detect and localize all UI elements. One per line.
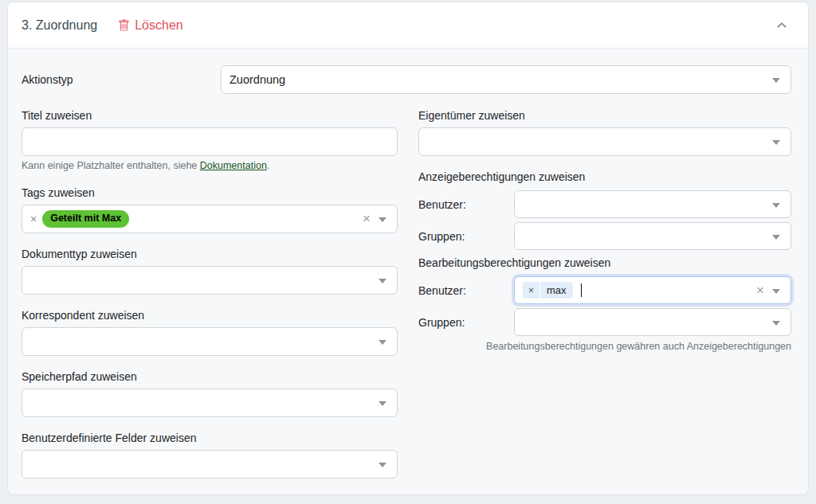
owner-select[interactable] [418, 127, 791, 156]
action-type-select[interactable]: Zuordnung [221, 65, 791, 94]
user-chip: × max [523, 282, 573, 299]
storage-path-select[interactable] [22, 389, 398, 417]
remove-user-icon[interactable]: × [523, 282, 540, 299]
correspondent-label: Korrespondent zuweisen [22, 308, 398, 322]
document-type-group: Dokumenttyp zuweisen [22, 247, 398, 295]
title-hint-text: Kann einige Platzhalter enthalten, siehe [22, 160, 200, 171]
action-type-row: Aktionstyp Zuordnung [22, 65, 791, 94]
chevron-up-icon [775, 18, 789, 33]
dropdown-arrow-icon[interactable] [379, 463, 386, 467]
clear-icon[interactable]: × [756, 283, 764, 296]
dropdown-arrow-icon[interactable] [772, 78, 780, 83]
custom-fields-select[interactable] [22, 450, 398, 479]
title-hint: Kann einige Platzhalter enthalten, siehe… [22, 160, 398, 172]
text-caret [581, 283, 583, 297]
user-chip-label: max [540, 282, 573, 299]
view-permissions-section: Anzeigeberechtigungen zuweisen Benutzer:… [418, 170, 791, 250]
dropdown-arrow-icon[interactable] [772, 289, 780, 294]
view-users-row: Benutzer: [418, 190, 791, 218]
tags-group: Tags zuweisen × Geteilt mit Max × [22, 186, 398, 233]
workflow-action-card: 3. Zuordnung Löschen Aktionstyp Zuordn [7, 2, 809, 495]
title-input[interactable] [22, 127, 398, 156]
tags-select[interactable]: × Geteilt mit Max × [22, 205, 398, 233]
trash-icon [118, 19, 130, 32]
edit-groups-row: Gruppen: [418, 308, 791, 336]
title-label: Titel zuweisen [22, 108, 398, 123]
dropdown-arrow-icon[interactable] [772, 140, 780, 145]
edit-users-label: Benutzer: [418, 284, 514, 297]
edit-users-row: Benutzer: × max × [418, 276, 791, 304]
left-column: Titel zuweisen Kann einige Platzhalter e… [22, 108, 398, 492]
storage-path-label: Speicherpfad zuweisen [22, 369, 398, 384]
tag-chip: Geteilt mit Max [42, 210, 129, 228]
card-body: Aktionstyp Zuordnung Titel zuweisen Kann… [8, 49, 808, 492]
view-users-select[interactable] [514, 190, 791, 218]
tags-label: Tags zuweisen [22, 186, 398, 200]
section-title: 3. Zuordnung [22, 18, 97, 33]
clear-icon[interactable]: × [363, 212, 371, 225]
action-type-value: Zuordnung [230, 73, 285, 86]
documentation-link[interactable]: Dokumentation [200, 160, 267, 171]
edit-permissions-label: Bearbeitungsberechtigungen zuweisen [418, 256, 791, 270]
view-users-label: Benutzer: [418, 198, 514, 211]
delete-label: Löschen [135, 18, 183, 33]
owner-group: Eigentümer zuweisen [418, 108, 791, 156]
right-column: Eigentümer zuweisen Anzeigeberechtigunge… [418, 108, 791, 492]
action-type-label: Aktionstyp [22, 73, 221, 86]
dropdown-arrow-icon[interactable] [379, 217, 386, 222]
view-permissions-label: Anzeigeberechtigungen zuweisen [418, 170, 791, 184]
storage-path-group: Speicherpfad zuweisen [22, 369, 398, 417]
view-groups-row: Gruppen: [418, 222, 791, 250]
edit-groups-label: Gruppen: [418, 316, 514, 329]
edit-permissions-hint: Bearbeitungsberechtigungen gewähren auch… [418, 341, 791, 352]
correspondent-group: Korrespondent zuweisen [22, 308, 398, 356]
edit-groups-select[interactable] [514, 308, 791, 336]
edit-permissions-section: Bearbeitungsberechtigungen zuweisen Benu… [418, 256, 791, 352]
owner-label: Eigentümer zuweisen [418, 108, 791, 123]
view-groups-select[interactable] [514, 222, 791, 250]
custom-fields-label: Benutzerdefinierte Felder zuweisen [22, 431, 398, 445]
dropdown-arrow-icon[interactable] [379, 401, 386, 406]
custom-fields-group: Benutzerdefinierte Felder zuweisen [22, 431, 398, 479]
form-columns: Titel zuweisen Kann einige Platzhalter e… [22, 108, 791, 492]
card-header: 3. Zuordnung Löschen [8, 2, 808, 49]
dropdown-arrow-icon[interactable] [379, 279, 386, 283]
edit-users-select[interactable]: × max × [514, 276, 791, 304]
dropdown-arrow-icon[interactable] [772, 235, 780, 240]
dropdown-arrow-icon[interactable] [379, 340, 386, 345]
collapse-section-button[interactable] [775, 18, 789, 33]
dropdown-arrow-icon[interactable] [772, 203, 780, 208]
remove-tag-icon[interactable]: × [30, 213, 37, 225]
view-groups-label: Gruppen: [418, 230, 514, 243]
document-type-select[interactable] [22, 266, 398, 295]
dropdown-arrow-icon[interactable] [772, 321, 780, 326]
title-group: Titel zuweisen Kann einige Platzhalter e… [22, 108, 398, 172]
delete-action-button[interactable]: Löschen [118, 18, 183, 33]
correspondent-select[interactable] [22, 327, 398, 356]
title-hint-suffix: . [267, 160, 269, 171]
document-type-label: Dokumenttyp zuweisen [22, 247, 398, 261]
